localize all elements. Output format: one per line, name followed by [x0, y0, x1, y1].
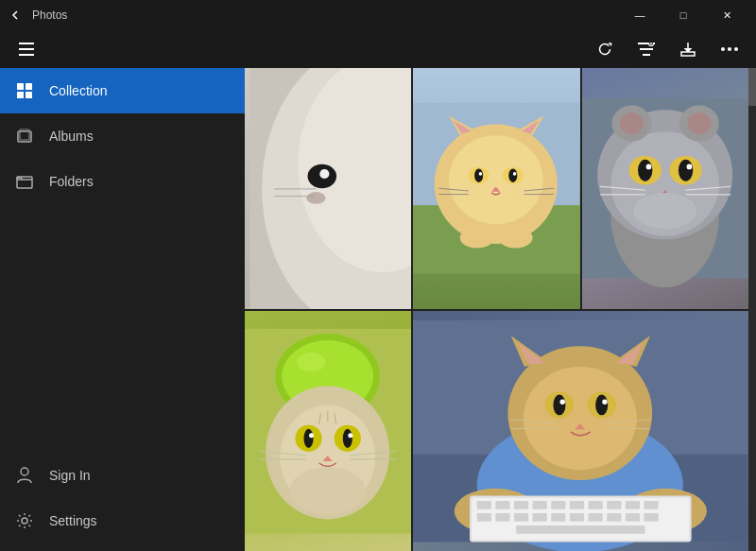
collection-icon	[15, 81, 34, 100]
photo-2[interactable]	[413, 68, 579, 309]
svg-point-72	[633, 193, 696, 229]
svg-rect-120	[496, 500, 510, 508]
maximize-button[interactable]: □	[662, 0, 705, 30]
svg-point-99	[524, 367, 637, 470]
svg-rect-130	[496, 513, 510, 522]
svg-rect-119	[477, 500, 491, 508]
svg-rect-128	[644, 500, 659, 508]
svg-rect-4	[640, 48, 653, 50]
photo-4[interactable]	[245, 311, 411, 552]
svg-rect-121	[514, 500, 528, 508]
svg-rect-139	[516, 525, 644, 534]
svg-point-62	[638, 160, 652, 181]
svg-point-106	[554, 394, 566, 415]
close-button[interactable]: ✕	[705, 0, 748, 30]
svg-rect-129	[477, 513, 491, 522]
svg-rect-12	[17, 83, 24, 90]
scrollbar[interactable]	[748, 68, 756, 551]
svg-point-64	[645, 164, 651, 170]
svg-point-20	[22, 518, 27, 524]
title-bar: Photos — □ ✕	[0, 0, 756, 30]
photo-5[interactable]	[413, 311, 748, 552]
sidebar-item-settings[interactable]: Settings	[0, 498, 245, 543]
svg-rect-135	[589, 513, 603, 522]
svg-point-107	[595, 394, 608, 415]
svg-rect-15	[26, 92, 32, 98]
svg-rect-18	[17, 177, 32, 188]
svg-rect-2	[19, 54, 34, 56]
svg-point-65	[686, 164, 692, 170]
svg-point-44	[454, 182, 485, 203]
svg-rect-28	[274, 196, 314, 197]
sidebar-item-collection[interactable]: Collection	[0, 68, 245, 113]
svg-rect-13	[26, 83, 32, 90]
albums-icon	[15, 127, 34, 146]
svg-rect-137	[626, 513, 640, 522]
app-title: Photos	[32, 9, 67, 22]
svg-rect-122	[533, 500, 547, 508]
svg-rect-0	[19, 43, 34, 44]
svg-point-32	[449, 135, 542, 224]
more-button[interactable]	[711, 30, 748, 68]
settings-label: Settings	[49, 513, 97, 528]
svg-rect-124	[570, 500, 584, 508]
folders-icon	[15, 172, 34, 191]
svg-rect-125	[589, 500, 603, 508]
svg-point-81	[303, 428, 313, 447]
svg-point-63	[679, 160, 693, 181]
back-icon[interactable]	[8, 8, 23, 23]
svg-rect-1	[19, 48, 34, 50]
svg-point-41	[479, 172, 483, 176]
folders-label: Folders	[49, 174, 94, 189]
svg-point-45	[509, 182, 541, 203]
svg-rect-136	[607, 513, 621, 522]
import-button[interactable]	[669, 30, 707, 68]
photo-1[interactable]	[245, 68, 411, 309]
svg-point-90	[289, 467, 366, 514]
svg-point-9	[721, 47, 725, 51]
svg-point-59	[687, 112, 711, 134]
svg-rect-131	[514, 513, 528, 522]
photo-grid	[245, 68, 756, 551]
svg-point-83	[309, 433, 314, 438]
refresh-button[interactable]	[586, 30, 624, 68]
svg-rect-27	[274, 188, 317, 189]
sidebar-item-albums[interactable]: Albums	[0, 113, 245, 159]
svg-point-109	[603, 399, 608, 404]
svg-point-50	[460, 228, 494, 249]
title-bar-left: Photos	[8, 8, 67, 23]
sidebar-bottom: Sign In Settings	[0, 453, 245, 551]
svg-point-39	[474, 168, 483, 181]
svg-point-76	[297, 353, 325, 371]
scrollbar-thumb[interactable]	[748, 68, 756, 106]
svg-rect-5	[643, 54, 650, 56]
albums-label: Albums	[49, 129, 94, 144]
svg-rect-123	[552, 500, 566, 508]
main-content	[245, 30, 756, 551]
svg-point-84	[348, 433, 352, 438]
svg-rect-132	[533, 513, 547, 522]
sidebar-item-folders[interactable]: Folders	[0, 159, 245, 204]
svg-point-51	[499, 228, 533, 249]
svg-point-25	[319, 169, 329, 179]
toolbar	[0, 30, 756, 68]
svg-point-40	[509, 168, 518, 181]
gear-icon	[15, 511, 34, 530]
minimize-button[interactable]: —	[618, 0, 662, 30]
filter-button[interactable]	[627, 30, 665, 68]
svg-rect-138	[644, 513, 659, 522]
svg-point-10	[728, 47, 731, 51]
window-controls: — □ ✕	[618, 0, 748, 30]
sidebar: Collection Albums Folders	[0, 30, 245, 551]
svg-rect-127	[626, 500, 640, 508]
collection-label: Collection	[49, 83, 107, 98]
svg-rect-133	[552, 513, 566, 522]
photo-3[interactable]	[582, 68, 748, 309]
svg-point-7	[650, 43, 652, 44]
person-icon	[15, 466, 34, 485]
svg-point-19	[21, 468, 28, 475]
svg-point-26	[306, 192, 325, 204]
sidebar-item-signin[interactable]: Sign In	[0, 453, 245, 498]
signin-label: Sign In	[49, 468, 91, 483]
hamburger-button[interactable]	[8, 30, 45, 68]
